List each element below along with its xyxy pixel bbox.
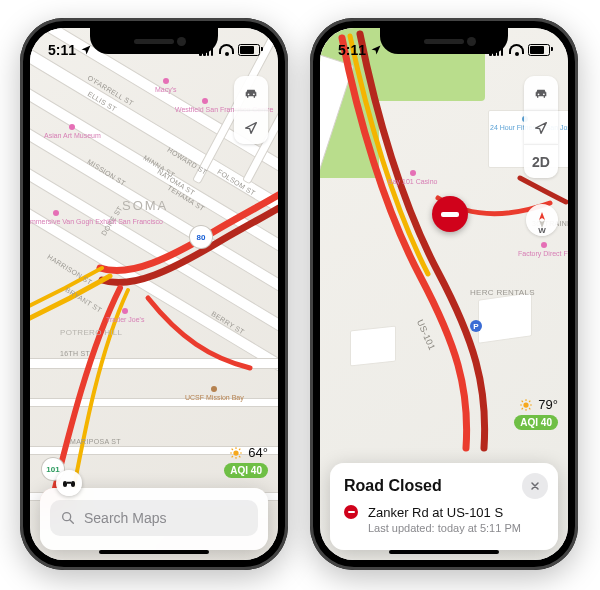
svg-line-5 <box>232 448 233 449</box>
battery-icon <box>238 44 260 56</box>
compass-label: W <box>538 226 546 235</box>
incident-card: Road Closed Zanker Rd at US-101 S Last u… <box>330 463 558 550</box>
notch <box>90 28 218 54</box>
view-2d-label: 2D <box>532 154 550 170</box>
location-services-icon <box>80 44 92 56</box>
map-controls: 2D <box>524 76 558 178</box>
search-card <box>40 488 268 550</box>
locate-me-button[interactable] <box>234 110 268 144</box>
aqi-badge[interactable]: AQI 40 <box>514 415 558 430</box>
close-button[interactable] <box>522 473 548 499</box>
location-arrow-icon <box>243 120 259 136</box>
incident-marker[interactable] <box>432 196 468 232</box>
binoculars-icon <box>61 475 77 491</box>
svg-point-9 <box>63 513 71 521</box>
look-around-button[interactable] <box>56 470 82 496</box>
home-indicator[interactable] <box>99 550 209 554</box>
sun-icon <box>229 446 243 460</box>
svg-point-0 <box>234 450 239 455</box>
weather-badge[interactable]: 79° <box>519 397 558 412</box>
wifi-icon <box>509 45 524 56</box>
search-icon <box>60 510 76 526</box>
battery-icon <box>528 44 550 56</box>
svg-line-10 <box>70 520 73 523</box>
svg-line-20 <box>522 408 523 409</box>
svg-line-21 <box>529 400 530 401</box>
search-input[interactable] <box>82 509 261 527</box>
incident-location: Zanker Rd at US-101 S <box>368 505 544 520</box>
notch <box>380 28 508 54</box>
svg-line-8 <box>239 448 240 449</box>
aqi-badge[interactable]: AQI 40 <box>224 463 268 478</box>
svg-line-18 <box>522 400 523 401</box>
status-time: 5:11 <box>338 42 366 58</box>
incident-row[interactable]: Zanker Rd at US-101 S Last updated: toda… <box>344 505 544 534</box>
map-controls <box>234 76 268 144</box>
svg-line-6 <box>239 456 240 457</box>
device-left: 5:11 <box>20 18 288 570</box>
incident-updated: Last updated: today at 5:11 PM <box>368 522 544 534</box>
view-2d-button[interactable]: 2D <box>524 144 558 178</box>
location-services-icon <box>370 44 382 56</box>
status-time: 5:11 <box>48 42 76 58</box>
svg-marker-11 <box>539 212 545 220</box>
locate-me-button[interactable] <box>524 110 558 144</box>
weather-badge[interactable]: 64° <box>229 445 268 460</box>
car-icon <box>243 85 259 101</box>
temp-label: 79° <box>538 397 558 412</box>
screen-left: 5:11 <box>30 28 278 560</box>
wifi-icon <box>219 45 234 56</box>
parking-icon: P <box>470 320 482 332</box>
home-indicator[interactable] <box>389 550 499 554</box>
map-mode-button[interactable] <box>524 76 558 110</box>
temp-label: 64° <box>248 445 268 460</box>
compass-button[interactable]: W <box>526 204 558 236</box>
svg-point-13 <box>524 402 529 407</box>
svg-line-7 <box>232 456 233 457</box>
close-icon <box>529 480 541 492</box>
car-icon <box>533 85 549 101</box>
shield-i80: 80 <box>190 226 212 248</box>
svg-line-19 <box>529 408 530 409</box>
location-arrow-icon <box>533 120 549 136</box>
search-bar[interactable] <box>50 500 258 536</box>
device-right: 5:11 <box>310 18 578 570</box>
sun-icon <box>519 398 533 412</box>
incident-title: Road Closed <box>344 477 544 495</box>
map-mode-button[interactable] <box>234 76 268 110</box>
no-entry-icon <box>344 505 358 519</box>
screen-right: 5:11 <box>320 28 568 560</box>
